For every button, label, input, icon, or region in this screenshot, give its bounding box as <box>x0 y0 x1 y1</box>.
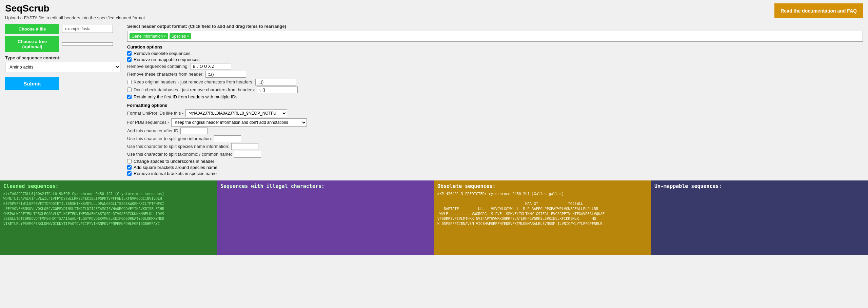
sequence-type-select[interactable]: Amino acids Nucleotides <box>5 62 120 72</box>
split-species-input[interactable] <box>231 143 258 150</box>
add-brackets-label: Add square brackets around species name <box>134 165 217 170</box>
header-format-bar[interactable]: Gene information × Species × <box>127 31 863 42</box>
remove-brackets-checkbox[interactable] <box>127 171 132 176</box>
dont-check-checkbox[interactable] <box>127 88 132 92</box>
obsolete-panel: Obsolete sequences: >XP_420491.3 PREDICT… <box>434 180 651 255</box>
submit-button[interactable]: Submit <box>5 77 59 90</box>
tag-gene-remove[interactable]: × <box>164 34 166 38</box>
split-species-label: Use this character to split species name… <box>127 144 229 149</box>
app-title: SeqScrub <box>5 3 146 14</box>
add-char-label: Add this character after ID <box>127 128 178 133</box>
add-char-input[interactable] <box>180 128 208 134</box>
app-subtitle: Upload a FASTA file to edit all headers … <box>5 15 146 20</box>
retain-first-checkbox[interactable] <box>127 95 132 99</box>
type-label: Type of sequence content: <box>5 55 120 60</box>
uniprot-select[interactable]: >trIA0A2J7RLL0IA0A2J7RLL0_9NEOP_NOTFU <box>185 109 287 117</box>
change-spaces-checkbox[interactable] <box>127 159 132 163</box>
retain-first-label: Retain only the first ID from headers wi… <box>134 94 237 99</box>
file-name-display: example.fasta <box>62 25 113 33</box>
illegal-panel: Sequences with illegal characters: <box>217 180 434 255</box>
remove-unmappable-checkbox[interactable] <box>127 57 132 62</box>
obsolete-seq: >XP_420491.3 PREDICTED: cytochrome P450 … <box>437 191 648 226</box>
remove-brackets-label: Remove internal brackets in species name <box>134 171 217 176</box>
tag-gene[interactable]: Gene information × <box>130 33 168 39</box>
tag-species-label: Species <box>172 34 186 39</box>
formatting-title: Formatting options <box>127 103 863 108</box>
split-gene-input[interactable] <box>214 135 241 142</box>
tag-gene-label: Gene information <box>132 34 163 39</box>
add-brackets-checkbox[interactable] <box>127 165 132 170</box>
choose-file-button[interactable]: Choose a file <box>5 24 59 34</box>
pdb-select[interactable]: Keep the original header information and… <box>171 118 307 127</box>
dont-check-label: Don't check databases - just remove char… <box>134 87 255 92</box>
cleaned-panel: Cleaned sequences: >trIA0A2J7RLL0|A0A2J7… <box>0 180 217 255</box>
illegal-title: Sequences with illegal characters: <box>220 183 431 189</box>
header-format-label: Select header output format: (Click fiel… <box>127 24 863 29</box>
remove-chars-label: Remove these characters from header: <box>127 72 203 77</box>
keep-original-label: Keep original headers - just remove char… <box>134 79 253 84</box>
split-gene-label: Use this character to split gene informa… <box>127 136 212 141</box>
tag-species-remove[interactable]: × <box>187 34 189 38</box>
remove-containing-input[interactable] <box>191 63 231 70</box>
dont-check-input[interactable] <box>257 86 298 93</box>
split-taxon-label: Use this character to split taxonomic / … <box>127 152 232 157</box>
keep-original-checkbox[interactable] <box>127 80 132 84</box>
remove-obsolete-label: Remove obsolete sequences <box>134 51 191 56</box>
remove-containing-label: Remove sequences containing: <box>127 64 189 69</box>
uniprot-label: Format UniProt IDs like this - <box>127 111 183 116</box>
keep-original-input[interactable] <box>255 79 296 85</box>
doc-button[interactable]: Read the documentation and FAQ <box>774 3 863 18</box>
choose-tree-button[interactable]: Choose a tree (optional) <box>5 36 59 52</box>
cleaned-title: Cleaned sequences: <box>3 183 214 189</box>
cleaned-seq: >trIA0A2J7RLL0|A0A2J7RLL0_9NEOP Cytochro… <box>3 191 214 226</box>
tag-species[interactable]: Species × <box>170 33 191 39</box>
unmappable-panel: Un-mappable sequences: <box>651 180 868 255</box>
change-spaces-label: Change spaces to underscores in header <box>134 159 214 164</box>
unmappable-title: Un-mappable sequences: <box>654 183 865 189</box>
pdb-label: For PDB sequences - <box>127 120 169 125</box>
remove-obsolete-checkbox[interactable] <box>127 51 132 56</box>
tree-name-display <box>62 42 113 46</box>
split-taxon-input[interactable] <box>234 151 261 158</box>
curation-title: Curation options <box>127 44 863 50</box>
remove-chars-input[interactable] <box>205 71 246 78</box>
obsolete-title: Obsolete sequences: <box>437 183 648 189</box>
remove-unmappable-label: Remove un-mappable sequences <box>134 57 199 62</box>
